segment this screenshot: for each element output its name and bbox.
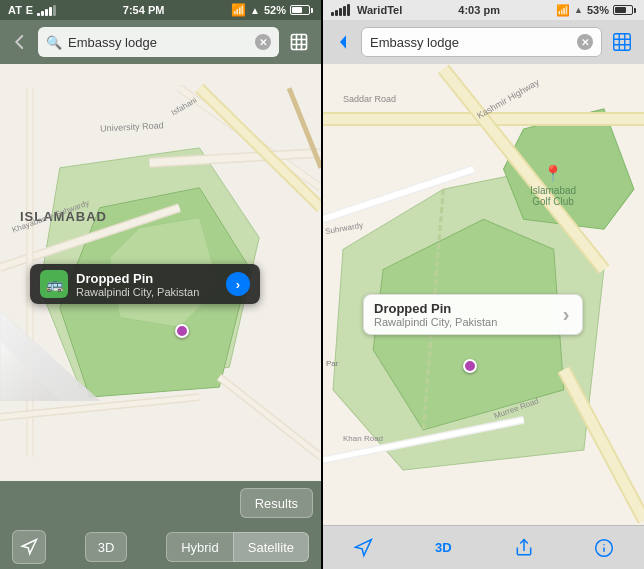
status-right-right: 📶 ▲ 53% xyxy=(556,4,636,17)
svg-marker-26 xyxy=(22,540,36,554)
callout-detail-arrow-right[interactable]: › xyxy=(560,303,572,327)
signal-bars-right xyxy=(331,4,350,16)
status-bar-left: AT E 7:54 PM 📶 ▲ 52% xyxy=(0,0,321,20)
pin-circle-right xyxy=(463,359,477,373)
search-bar-left: 🔍 Embassy lodge ✕ xyxy=(0,20,321,64)
callout-subtitle: Rawalpindi City, Pakistan xyxy=(76,286,218,298)
battery-pct-right: 53% xyxy=(587,4,609,16)
search-icon: 🔍 xyxy=(46,35,62,50)
location-btn-right[interactable] xyxy=(343,528,383,568)
callout-icon: 🚌 xyxy=(40,270,68,298)
battery-icon xyxy=(290,5,313,15)
search-input-wrap[interactable]: 🔍 Embassy lodge ✕ xyxy=(38,27,279,57)
bottom-toolbar-left: Results 3D Hybrid Satellite xyxy=(0,481,321,569)
svg-marker-27 xyxy=(340,35,346,49)
carrier-right: WaridTel xyxy=(357,4,402,16)
pin-circle xyxy=(175,324,189,338)
location-icon-right: ▲ xyxy=(574,5,583,15)
search-input-right[interactable]: Embassy lodge ✕ xyxy=(361,27,602,57)
battery-label: 52% xyxy=(264,4,286,16)
golf-pin-icon: 📍 xyxy=(518,164,588,183)
search-input-text: Embassy lodge xyxy=(68,35,249,50)
network-label: E xyxy=(26,4,33,16)
search-clear-right[interactable]: ✕ xyxy=(577,34,593,50)
bookmarks-right[interactable] xyxy=(608,28,636,56)
golf-club-label: 📍 IslamabadGolf Club xyxy=(518,164,588,207)
khan-road-label: Khan Road xyxy=(343,434,383,443)
location-icon: ▲ xyxy=(250,5,260,16)
wifi-icon: 📶 xyxy=(231,3,246,17)
back-arrow[interactable] xyxy=(8,30,32,54)
toolbar-bottom-row: 3D Hybrid Satellite xyxy=(0,525,321,569)
carrier-label: AT xyxy=(8,4,22,16)
left-phone: AT E 7:54 PM 📶 ▲ 52% xyxy=(0,0,321,569)
svg-rect-0 xyxy=(292,35,307,50)
map-area-left[interactable]: Islamabad University Road Khayaban-e-Suh… xyxy=(0,64,321,481)
time-right: 4:03 pm xyxy=(458,4,500,16)
share-btn-right[interactable] xyxy=(504,528,544,568)
results-button[interactable]: Results xyxy=(240,488,313,518)
callout-subtitle-right: Rawalpindi City, Pakistan xyxy=(374,316,552,328)
satellite-button[interactable]: Satellite xyxy=(233,532,309,562)
status-left: AT E xyxy=(8,4,56,16)
hybrid-button[interactable]: Hybrid xyxy=(166,532,233,562)
page-curl[interactable] xyxy=(0,311,100,401)
golf-club-text: IslamabadGolf Club xyxy=(518,185,588,207)
wifi-icon-right: 📶 xyxy=(556,4,570,17)
search-bar-right: Embassy lodge ✕ xyxy=(323,20,644,64)
search-clear-button[interactable]: ✕ xyxy=(255,34,271,50)
signal-bars xyxy=(37,5,56,16)
search-input-text-right: Embassy lodge xyxy=(370,35,571,50)
right-phone: WaridTel 4:03 pm 📶 ▲ 53% Embassy lodge ✕ xyxy=(323,0,644,569)
callout-detail-arrow[interactable]: › xyxy=(226,272,250,296)
pin-callout-right[interactable]: Dropped Pin Rawalpindi City, Pakistan › xyxy=(363,294,583,335)
status-right-left: WaridTel xyxy=(331,4,402,16)
threeD-btn-right[interactable]: 3D xyxy=(423,528,463,568)
pin-callout-left[interactable]: 🚌 Dropped Pin Rawalpindi City, Pakistan … xyxy=(30,264,260,304)
status-right: 📶 ▲ 52% xyxy=(231,3,313,17)
info-btn-right[interactable] xyxy=(584,528,624,568)
time-label: 7:54 PM xyxy=(123,4,165,16)
callout-text: Dropped Pin Rawalpindi City, Pakistan xyxy=(76,271,218,298)
location-button[interactable] xyxy=(12,530,46,564)
callout-text-right: Dropped Pin Rawalpindi City, Pakistan xyxy=(374,301,552,328)
threeD-button[interactable]: 3D xyxy=(85,532,128,562)
status-bar-right: WaridTel 4:03 pm 📶 ▲ 53% xyxy=(323,0,644,20)
callout-title-right: Dropped Pin xyxy=(374,301,552,316)
bottom-toolbar-right: 3D xyxy=(323,525,644,569)
bookmarks-button[interactable] xyxy=(285,28,313,56)
toolbar-top-row: Results xyxy=(0,481,321,525)
map-pin[interactable] xyxy=(175,324,189,338)
map-pin-right[interactable] xyxy=(463,359,477,373)
svg-marker-48 xyxy=(356,539,372,555)
svg-rect-28 xyxy=(614,34,631,51)
map-area-right[interactable]: Saddar Road Kashmir Highway Suhrwardy Mu… xyxy=(323,64,644,525)
saddar-road-label: Saddar Road xyxy=(343,94,396,104)
par-label: Par xyxy=(326,359,338,368)
battery-icon-right xyxy=(613,5,636,15)
nav-arrow-right[interactable] xyxy=(331,30,355,54)
callout-title: Dropped Pin xyxy=(76,271,218,286)
